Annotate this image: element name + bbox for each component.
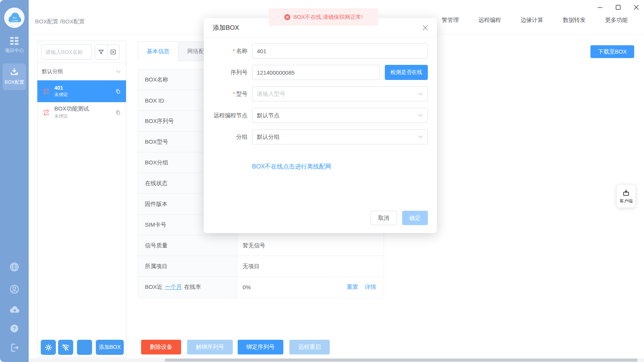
- model-select[interactable]: 请输入型号: [252, 86, 428, 101]
- cancel-button[interactable]: 取消: [370, 211, 397, 225]
- close-window-button[interactable]: [631, 2, 641, 12]
- sidebar: Box Config 项目中心 BOX配置: [0, 0, 29, 362]
- settings-button[interactable]: [41, 340, 56, 355]
- filter-button[interactable]: [95, 45, 107, 59]
- sidebar-item-box-config[interactable]: BOX配置: [3, 63, 26, 90]
- row-value: 无项目: [237, 256, 384, 276]
- device-list-item[interactable]: BOX功能测试 未绑定: [37, 102, 126, 123]
- maximize-icon: [615, 5, 621, 10]
- svg-text:Box: Box: [13, 17, 17, 19]
- tab-basic-info[interactable]: 基本信息: [138, 42, 178, 61]
- remote-reboot-button[interactable]: 远程重启: [289, 340, 330, 354]
- svg-text:Config: Config: [11, 20, 18, 22]
- add-box-modal: 添加BOX *名称 序列号 检测是否在线 *型号 请输入型号 远程编程节点: [204, 18, 437, 233]
- panel-toolbar: [95, 44, 120, 60]
- sidebar-help-button[interactable]: ?: [0, 324, 29, 333]
- blank-tool-button[interactable]: [77, 340, 92, 355]
- top-nav-item[interactable]: 远程编程: [478, 17, 501, 24]
- sidebar-item-label: BOX配置: [5, 79, 24, 86]
- table-row: 信号质量 暂无信号: [138, 235, 384, 256]
- help-icon: ?: [9, 324, 19, 333]
- filter-funnel-icon: [98, 49, 105, 55]
- node-value: 默认节点: [257, 112, 280, 119]
- sidebar-globe-button[interactable]: [0, 262, 29, 272]
- add-box-button[interactable]: 添加BOX: [96, 340, 124, 355]
- offline-network-button[interactable]: [58, 340, 73, 355]
- field-label: 分组: [236, 133, 247, 140]
- minimize-button[interactable]: [595, 2, 605, 12]
- row-label: BOX近 一个月 在线率: [138, 277, 237, 298]
- sidebar-exit-button[interactable]: [0, 342, 29, 353]
- model-placeholder: 请输入型号: [257, 90, 285, 98]
- confirm-button[interactable]: 确定: [402, 211, 428, 225]
- cloud-upload-icon: [9, 305, 20, 314]
- app-window: Box Config 项目中心 BOX配置: [0, 0, 644, 362]
- copy-icon[interactable]: [115, 109, 121, 115]
- device-list-item-selected[interactable]: 401 未绑定: [37, 80, 126, 102]
- online-rate-value: 0%: [243, 284, 251, 290]
- search-input[interactable]: [41, 44, 92, 60]
- close-icon: [633, 5, 639, 10]
- broken-link-icon: [43, 88, 50, 95]
- form-row-name: *名称: [208, 43, 428, 58]
- name-field[interactable]: [252, 43, 428, 58]
- gear-icon: [45, 344, 52, 351]
- sidebar-item-project-center[interactable]: 项目中心: [0, 36, 29, 54]
- chevron-down-icon: [418, 92, 423, 95]
- sidebar-user-button[interactable]: [0, 284, 29, 295]
- maximize-button[interactable]: [613, 2, 623, 12]
- serial-field[interactable]: [252, 65, 380, 80]
- field-label: 远程编程节点: [214, 112, 247, 118]
- sidebar-cloud-upload-button[interactable]: [0, 305, 29, 314]
- device-status: 未绑定: [54, 92, 68, 98]
- form-row-group: 分组 默认分组: [208, 129, 428, 144]
- sidebar-item-label: 项目中心: [5, 48, 24, 54]
- form-row-serial: 序列号 检测是否在线: [208, 65, 428, 80]
- device-status: 未绑定: [54, 113, 89, 120]
- detail-link[interactable]: 详情: [365, 284, 376, 291]
- required-asterisk: *: [233, 90, 235, 97]
- exit-icon: [9, 342, 20, 353]
- device-actions: 删除设备 解绑序列号 绑定序列号 远程重启: [141, 340, 330, 354]
- offline-config-link[interactable]: BOX不在线点击进行离线配网: [252, 163, 331, 171]
- chevron-down-icon: [116, 70, 121, 73]
- download-tray-icon: [9, 67, 19, 77]
- client-download-button[interactable]: 客户端: [616, 184, 636, 208]
- reset-link[interactable]: 重置: [347, 284, 358, 291]
- group-select[interactable]: 默认分组: [252, 129, 428, 144]
- top-nav: 警管理 远程编程 边缘计算 数据转发 更多功能: [442, 17, 628, 24]
- delete-device-button[interactable]: 删除设备: [141, 340, 181, 354]
- field-label: 名称: [236, 48, 247, 54]
- period-dropdown[interactable]: 一个月: [165, 284, 182, 291]
- folder-plus-icon: [110, 49, 117, 55]
- copy-icon[interactable]: [115, 88, 121, 94]
- node-select[interactable]: 默认节点: [252, 108, 428, 123]
- user-icon: [9, 284, 20, 295]
- app-logo: Box Config: [4, 8, 25, 28]
- bind-serial-button[interactable]: 绑定序列号: [238, 340, 283, 354]
- top-nav-item[interactable]: 边缘计算: [521, 17, 543, 24]
- broken-link-icon: [43, 109, 50, 116]
- cloud-logo-icon: Box Config: [4, 8, 25, 28]
- group-label: 默认分组: [42, 68, 63, 75]
- add-group-button[interactable]: [107, 45, 120, 59]
- top-nav-item[interactable]: 警管理: [442, 17, 459, 24]
- top-nav-item[interactable]: 更多功能: [605, 17, 628, 24]
- group-header-default[interactable]: 默认分组: [37, 63, 126, 80]
- group-value: 默认分组: [257, 133, 280, 141]
- check-online-button[interactable]: 检测是否在线: [385, 65, 428, 80]
- chevron-down-icon: [418, 114, 423, 117]
- modal-close-button[interactable]: [422, 25, 429, 31]
- window-controls: [595, 2, 641, 12]
- top-nav-item[interactable]: 数据转发: [563, 17, 586, 24]
- unbind-serial-button[interactable]: 解绑序列号: [187, 340, 233, 354]
- svg-text:?: ?: [13, 325, 16, 331]
- download-to-box-button[interactable]: 下载至BOX: [590, 45, 634, 58]
- horizontal-scrollbar-thumb[interactable]: [165, 359, 638, 362]
- client-box-icon: [622, 189, 630, 197]
- form-row-model: *型号 请输入型号: [208, 86, 428, 101]
- toast-message: BOX不在线,请确保联网正常!: [294, 14, 363, 21]
- table-row: 所属项目 无项目: [138, 256, 384, 277]
- device-name: 401: [54, 85, 68, 91]
- modal-title: 添加BOX: [213, 23, 239, 32]
